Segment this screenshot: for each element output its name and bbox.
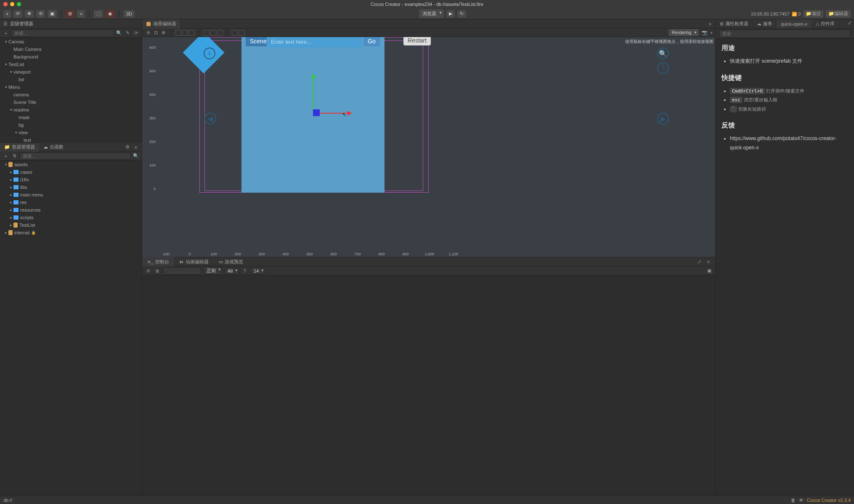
console-filter-input[interactable]	[163, 267, 201, 275]
assets-menu-icon[interactable]: ≡	[133, 144, 139, 151]
tab-inspector[interactable]: ⊞ 属性检查器	[716, 19, 753, 28]
hierarchy-node[interactable]: list	[0, 76, 142, 83]
zoom-fit-icon[interactable]: ⊡	[152, 29, 159, 36]
back-circle-button[interactable]: ‹	[204, 48, 215, 59]
align-middle-icon[interactable]	[210, 30, 216, 36]
rect-tool-button[interactable]: +	[77, 10, 85, 18]
prev-arrow-button[interactable]: ◀	[204, 113, 216, 125]
assets-settings-icon[interactable]: ⚙	[124, 144, 131, 151]
minimize-window-icon[interactable]	[10, 2, 14, 6]
tab-service[interactable]: ☁ 服务	[753, 19, 777, 28]
distribute-h-icon[interactable]	[232, 30, 238, 36]
asset-node[interactable]: ▸i18n	[0, 176, 142, 183]
3d-toggle-button[interactable]: 3D	[124, 10, 135, 18]
move-tool-button[interactable]: ✥	[25, 10, 34, 18]
asset-node[interactable]: ▸main menu	[0, 191, 142, 199]
font-size-select[interactable]: 14	[251, 268, 265, 274]
gizmo-origin[interactable]	[313, 109, 320, 116]
hierarchy-node[interactable]: ▾view	[0, 129, 142, 136]
local-toggle-button[interactable]: ⬚	[94, 10, 103, 18]
scene-stage[interactable]: ‹ Scene Enter text here... Go Restart 使用…	[157, 37, 715, 249]
refresh-icon[interactable]: ⟳	[133, 30, 139, 37]
play-button[interactable]: ▶	[446, 10, 455, 18]
visibility-icon[interactable]: 👁	[799, 498, 804, 503]
scale-tool-button[interactable]: ▣	[48, 10, 57, 18]
zoom-in-icon[interactable]: ⊕	[160, 29, 167, 36]
add-button[interactable]: +	[3, 10, 11, 18]
asset-node[interactable]: ▾assets	[0, 161, 142, 168]
asset-node[interactable]: ▸TestList	[0, 221, 142, 229]
align-center-icon[interactable]	[182, 30, 188, 36]
editor-button[interactable]: 📁 编辑器	[826, 10, 851, 18]
hierarchy-node[interactable]: Scene Title	[0, 98, 142, 106]
next-arrow-button[interactable]: ▶	[657, 113, 669, 125]
hierarchy-node[interactable]: camera	[0, 91, 142, 98]
help-button[interactable]: ?	[657, 62, 669, 74]
hierarchy-node[interactable]: mask	[0, 114, 142, 121]
regex-toggle[interactable]: 正则	[204, 267, 222, 275]
align-top-icon[interactable]	[204, 30, 210, 36]
anchor-tool-button[interactable]: ⊞	[66, 10, 74, 18]
scene-canvas[interactable]: 6005004003002001000 -1000100200300400500…	[142, 37, 715, 257]
go-button[interactable]: Go	[363, 37, 380, 46]
popout-icon[interactable]: ⤢	[696, 258, 703, 265]
close-window-icon[interactable]	[3, 2, 8, 6]
create-asset-button[interactable]: +	[3, 153, 9, 159]
preview-platform-select[interactable]: 浏览器	[419, 9, 444, 18]
hierarchy-node[interactable]: bg	[0, 121, 142, 129]
feedback-link[interactable]: https://www.github.com/potato47/cocos-cr…	[730, 134, 848, 152]
tab-cloud-functions[interactable]: ☁ 云函数	[39, 143, 68, 151]
asset-node[interactable]: ▸libs	[0, 183, 142, 191]
hierarchy-node[interactable]: Main Camera	[0, 45, 142, 53]
tab-console[interactable]: ≻_ 控制台	[142, 257, 174, 266]
tab-scene-editor[interactable]: 场景编辑器	[142, 19, 181, 29]
maximize-window-icon[interactable]	[17, 2, 21, 6]
distribute-v-icon[interactable]	[239, 30, 244, 36]
log-level-select[interactable]: All	[225, 268, 239, 274]
hierarchy-node[interactable]: ▾Menu	[0, 83, 142, 91]
hierarchy-node[interactable]: text	[0, 136, 142, 143]
hierarchy-search-input[interactable]	[11, 29, 114, 37]
inspector-menu-icon[interactable]: ⤢	[847, 19, 854, 26]
hierarchy-node[interactable]: ▾readme	[0, 106, 142, 114]
hierarchy-node[interactable]: ▾TestList	[0, 61, 142, 68]
magnify-button[interactable]: 🔍	[657, 48, 669, 59]
project-button[interactable]: 📁 项目	[803, 10, 823, 18]
rendering-mode-select[interactable]: Rendering	[668, 29, 699, 36]
gizmo-y-axis[interactable]	[313, 75, 314, 113]
panel-menu-icon[interactable]: ≡	[705, 258, 712, 265]
reload-button[interactable]: ↻	[457, 10, 466, 18]
asset-node[interactable]: ▸res	[0, 199, 142, 206]
restart-button[interactable]: Restart	[403, 37, 431, 45]
asset-node[interactable]: ▸scripts	[0, 214, 142, 221]
camera-icon[interactable]: 📷	[701, 29, 708, 36]
asset-node[interactable]: ▸resources	[0, 206, 142, 214]
delete-icon[interactable]: 🗑	[791, 498, 796, 503]
align-right-icon[interactable]	[189, 30, 195, 36]
refresh-button[interactable]: ⟳	[13, 10, 22, 18]
align-left-icon[interactable]	[175, 30, 181, 36]
search-icon[interactable]: 🔍	[133, 153, 139, 159]
asset-node[interactable]: ▸cases	[0, 168, 142, 176]
panel-menu-icon[interactable]: ≡	[708, 21, 715, 27]
assets-search-input[interactable]	[19, 152, 131, 160]
quick-open-search-input[interactable]	[719, 29, 851, 38]
rotate-tool-button[interactable]: ⟲	[36, 10, 45, 18]
tab-quick-open[interactable]: quick-open-x	[777, 19, 812, 28]
open-log-button[interactable]: 🗎	[154, 268, 161, 274]
search-icon[interactable]: 🔍	[116, 30, 122, 37]
chevron-down-icon[interactable]: ⌄	[662, 77, 666, 82]
tab-widgets[interactable]: △ 控件库	[812, 19, 839, 28]
clear-console-button[interactable]: ⊘	[145, 268, 151, 274]
asset-node[interactable]: ▸internal🔒	[0, 229, 142, 236]
align-bottom-icon[interactable]	[217, 30, 223, 36]
tab-animation-editor[interactable]: ⏯ 动画编辑器	[174, 257, 214, 266]
filter-icon[interactable]: ✎	[124, 30, 131, 37]
pivot-toggle-button[interactable]: ◉	[106, 10, 115, 18]
tab-game-preview[interactable]: ▭ 游戏预览	[214, 257, 248, 266]
text-input-field[interactable]: Enter text here...	[267, 37, 361, 48]
hierarchy-node[interactable]: ▾Canvas	[0, 38, 142, 45]
hierarchy-node[interactable]: Background	[0, 53, 142, 61]
tab-assets[interactable]: 📁 资源管理器	[0, 143, 39, 151]
zoom-out-icon[interactable]: ⊖	[145, 29, 151, 36]
